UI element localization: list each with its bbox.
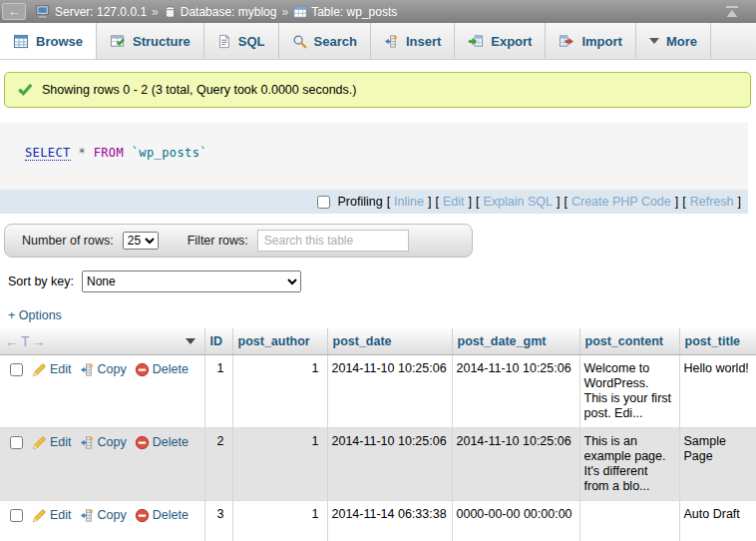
inline-edit-link[interactable]: Inline xyxy=(394,195,424,209)
breadcrumb-server[interactable]: Server: 127.0.0.1 xyxy=(36,4,147,19)
breadcrumb-database-label: Database: myblog xyxy=(181,5,277,19)
bracket: [ xyxy=(564,195,567,209)
column-header-post-author[interactable]: post_author xyxy=(232,328,327,355)
tab-search-label: Search xyxy=(314,34,357,49)
breadcrumb-table[interactable]: Table: wp_posts xyxy=(293,5,397,19)
tab-import-label: Import xyxy=(581,34,621,49)
browse-table-icon xyxy=(13,34,29,49)
collapse-top-button[interactable] xyxy=(724,6,740,18)
back-arrow-button[interactable]: ← xyxy=(2,3,26,20)
success-check-icon xyxy=(17,83,33,97)
bracket: [ xyxy=(435,195,438,209)
cell-post-date: 2014-11-14 06:33:38 xyxy=(327,501,452,541)
tab-insert-label: Insert xyxy=(406,34,441,49)
cell-post-title: Hello world! xyxy=(679,355,756,428)
cell-id: 2 xyxy=(204,428,232,501)
row-actions-cell: Edit Copy Delete xyxy=(0,501,204,541)
chevron-down-icon xyxy=(649,38,659,44)
row-select-checkbox[interactable] xyxy=(10,436,23,449)
copy-row-icon[interactable] xyxy=(80,362,95,377)
tab-import[interactable]: Import xyxy=(546,23,635,59)
refresh-link[interactable]: Refresh xyxy=(690,195,734,209)
edit-row-link[interactable]: Edit xyxy=(50,362,72,377)
copy-row-link[interactable]: Copy xyxy=(98,508,127,523)
copy-row-icon[interactable] xyxy=(80,508,95,523)
column-header-post-date[interactable]: post_date xyxy=(327,328,452,355)
table-icon xyxy=(293,5,307,19)
table-header-row: ←T→ ID post_author post_date post_date_g… xyxy=(0,328,756,355)
breadcrumb-database[interactable]: Database: myblog xyxy=(164,5,277,19)
status-message-text: Showing rows 0 - 2 (3 total, Query took … xyxy=(42,83,356,97)
edit-row-link[interactable]: Edit xyxy=(50,435,72,450)
cell-post-date-gmt: 0000-00-00 00:00:00 xyxy=(452,501,579,541)
row-select-checkbox[interactable] xyxy=(10,509,23,522)
cell-id: 3 xyxy=(204,501,232,541)
sort-by-key-select[interactable]: None xyxy=(82,270,301,292)
tab-structure[interactable]: Structure xyxy=(97,23,204,59)
delete-row-icon[interactable] xyxy=(135,435,150,450)
row-select-checkbox[interactable] xyxy=(10,363,23,376)
table-row: Edit Copy Delete 2 1 2014-11-10 10:25:06… xyxy=(0,428,756,501)
cell-post-title: Auto Draft xyxy=(679,501,756,541)
column-header-post-title[interactable]: post_title xyxy=(679,328,756,355)
table-row: Edit Copy Delete 1 1 2014-11-10 10:25:06… xyxy=(0,355,756,428)
tab-browse-label: Browse xyxy=(36,34,83,49)
column-header-post-content[interactable]: post_content xyxy=(579,328,679,355)
tab-sql-label: SQL xyxy=(238,34,265,49)
edit-row-link[interactable]: Edit xyxy=(50,508,72,523)
cell-post-date-gmt: 2014-11-10 10:25:06 xyxy=(452,355,579,428)
edit-query-link[interactable]: Edit xyxy=(443,195,465,209)
delete-row-link[interactable]: Delete xyxy=(153,435,189,450)
pencil-icon[interactable] xyxy=(32,435,47,450)
tab-export[interactable]: Export xyxy=(455,23,546,59)
bracket: ] xyxy=(557,195,560,209)
tab-search[interactable]: Search xyxy=(279,23,371,59)
sql-keyword-select[interactable]: SELECT xyxy=(25,146,71,161)
cell-post-author: 1 xyxy=(232,355,327,428)
tab-sql[interactable]: SQL xyxy=(204,23,279,59)
rows-control-bar: Number of rows: 25 Filter rows: xyxy=(4,224,473,258)
rotate-headers-control[interactable]: ←T→ xyxy=(5,333,48,349)
number-of-rows-label: Number of rows: xyxy=(22,234,114,248)
tab-more[interactable]: More xyxy=(636,23,711,59)
status-message: Showing rows 0 - 2 (3 total, Query took … xyxy=(4,72,751,108)
column-header-post-date-gmt[interactable]: post_date_gmt xyxy=(452,328,579,355)
collapse-top-icon xyxy=(724,6,740,18)
copy-row-link[interactable]: Copy xyxy=(98,362,127,377)
delete-row-icon[interactable] xyxy=(135,508,150,523)
filter-rows-input[interactable] xyxy=(257,230,409,252)
bracket: ] xyxy=(428,195,431,209)
tab-insert[interactable]: Insert xyxy=(371,23,455,59)
breadcrumb-server-label: Server: 127.0.0.1 xyxy=(55,5,147,19)
bracket: ] xyxy=(469,195,472,209)
profiling-checkbox[interactable] xyxy=(317,196,330,209)
copy-row-link[interactable]: Copy xyxy=(98,435,127,450)
delete-row-link[interactable]: Delete xyxy=(153,362,189,377)
top-navigation-bar: ← Server: 127.0.0.1 » Database: myblog »… xyxy=(0,0,756,23)
query-section: SELECT * FROM `wp_posts` Profiling [ Inl… xyxy=(0,123,748,214)
pencil-icon[interactable] xyxy=(32,362,47,377)
server-icon xyxy=(36,4,51,19)
insert-row-icon xyxy=(384,34,399,49)
sql-table-identifier: `wp_posts` xyxy=(132,146,207,160)
structure-icon xyxy=(110,34,126,49)
bracket: ] xyxy=(738,195,741,209)
sort-descending-triangle-icon[interactable] xyxy=(186,338,195,344)
delete-row-link[interactable]: Delete xyxy=(153,508,189,523)
create-php-code-link[interactable]: Create PHP Code xyxy=(571,195,671,209)
number-of-rows-select[interactable]: 25 xyxy=(123,232,159,250)
copy-row-icon[interactable] xyxy=(80,435,95,450)
cell-post-content: This is an example page. It's different … xyxy=(579,428,679,501)
tab-browse[interactable]: Browse xyxy=(0,23,97,59)
export-icon xyxy=(468,34,484,49)
cell-post-title: Sample Page xyxy=(679,428,756,501)
column-header-id[interactable]: ID xyxy=(204,328,232,355)
explain-sql-link[interactable]: Explain SQL xyxy=(483,195,552,209)
options-toggle-link[interactable]: + Options xyxy=(8,308,62,322)
import-icon xyxy=(559,34,574,49)
delete-row-icon[interactable] xyxy=(135,362,150,377)
database-icon xyxy=(164,5,177,19)
pencil-icon[interactable] xyxy=(32,508,47,523)
table-row: Edit Copy Delete 3 1 2014-11-14 06:33:38… xyxy=(0,501,756,541)
bracket: [ xyxy=(682,195,685,209)
